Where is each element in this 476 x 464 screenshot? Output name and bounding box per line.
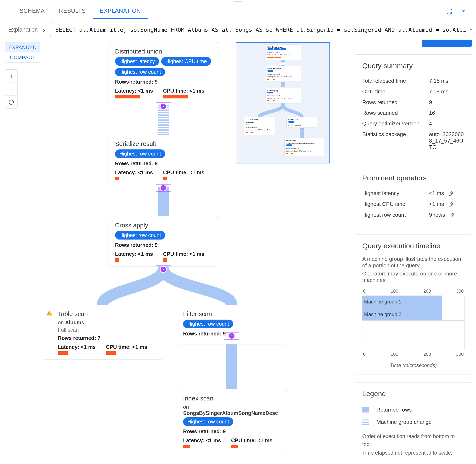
prominent-value: <1 ms xyxy=(429,190,465,197)
summary-row: Statistics package auto_20230608_17_57_4… xyxy=(362,129,465,153)
timeline-bar: Machine group 1 xyxy=(363,296,442,308)
node-subtitle: on Albums xyxy=(58,319,158,326)
tab-results[interactable]: RESULTS xyxy=(52,3,93,19)
legend-label: Returned rows xyxy=(376,406,412,413)
query-summary-card: Query summary Total elapsed time 7.15 ms… xyxy=(355,54,472,159)
prominent-value: 9 rows xyxy=(429,212,465,218)
badge-highest-rows: Highest row count xyxy=(115,68,165,76)
latency-label: Latency: <1 ms xyxy=(115,88,155,94)
card-title: Prominent operators xyxy=(362,174,465,182)
timeline-bar: Machine group 2 xyxy=(363,308,442,320)
prominent-operators-card: Prominent operators Highest latency <1 m… xyxy=(355,167,472,227)
node-index-scan[interactable]: Index scan on SongsBySingerAlbumSongName… xyxy=(177,389,287,453)
tab-schema[interactable]: SCHEMA xyxy=(12,3,52,19)
rows-returned: Rows returned: 9 xyxy=(115,79,213,85)
zoom-controls: + − xyxy=(5,69,18,109)
node-badges: Highest latency Highest CPU time Highest… xyxy=(115,57,213,76)
collapse-toggle[interactable] xyxy=(228,332,235,339)
node-table-scan[interactable]: Table scan on Albums Full scan Rows retu… xyxy=(41,305,164,359)
result-tabs: SCHEMA RESULTS EXPLANATION xyxy=(0,3,476,19)
node-serialize-result[interactable]: Serialize result Highest row count Rows … xyxy=(109,135,219,185)
rows-returned: Rows returned: 9 xyxy=(115,161,213,167)
card-title: Query summary xyxy=(362,62,465,70)
collapse-toggle[interactable] xyxy=(160,266,167,273)
collapse-toggle[interactable] xyxy=(160,184,167,192)
panel-resize-handle[interactable] xyxy=(0,0,476,3)
cpu-label: CPU time: <1 ms xyxy=(163,88,204,94)
node-cross-apply[interactable]: Cross apply Highest row count Rows retur… xyxy=(109,216,219,267)
view-expanded[interactable]: EXPANDED xyxy=(5,42,40,52)
node-subtitle: on SongsBySingerAlbumSongNameDesc xyxy=(183,404,281,416)
timeline-desc: Operators may execute on one or more mac… xyxy=(362,271,465,283)
tick: 100 xyxy=(391,289,398,294)
card-title: Legend xyxy=(362,390,465,398)
dropdown-caret-icon xyxy=(468,27,474,33)
timeline-axis-bottom: 0 100 200 300 xyxy=(362,350,465,359)
tick: 300 xyxy=(456,289,464,294)
summary-row: CPU time 7.08 ms xyxy=(362,86,465,97)
summary-value: auto_20230608_17_57_46UTC xyxy=(429,131,465,151)
zoom-reset-button[interactable] xyxy=(5,96,17,108)
truncated-action-button[interactable] xyxy=(422,40,472,47)
node-distributed-union[interactable]: Distributed union Highest latency Highes… xyxy=(109,42,219,103)
tab-explanation[interactable]: EXPLANATION xyxy=(93,3,148,19)
latency-bar xyxy=(115,258,119,262)
timeline-track-empty xyxy=(362,321,465,350)
warning-icon xyxy=(46,310,52,317)
cpu-bar xyxy=(163,95,188,98)
timeline-chart: 0 100 200 300 Machine group 1 Machine gr… xyxy=(362,289,465,368)
prominent-row: Highest row count 9 rows xyxy=(362,210,465,221)
view-compact[interactable]: COMPACT xyxy=(5,52,40,62)
summary-row: Query optimizer version 4 xyxy=(362,118,465,129)
tick: 200 xyxy=(423,352,431,357)
summary-key: Total elapsed time xyxy=(362,78,425,84)
plan-canvas[interactable]: EXPANDED COMPACT + − xyxy=(0,40,355,464)
timeline-desc: A machine group illustrates the executio… xyxy=(362,256,465,269)
cpu-label: CPU time: <1 ms xyxy=(163,170,204,175)
zoom-in-button[interactable]: + xyxy=(5,70,17,83)
legend-item: Machine group change xyxy=(362,416,465,428)
prominent-row: Highest latency <1 ms xyxy=(362,188,465,199)
node-title: Filter scan xyxy=(183,310,281,318)
prominent-key: Highest CPU time xyxy=(362,201,425,208)
badge-highest-cpu: Highest CPU time xyxy=(161,57,211,66)
fullscreen-icon[interactable] xyxy=(445,7,453,15)
latency-label: Latency: <1 ms xyxy=(115,251,155,257)
collapse-toggle[interactable] xyxy=(160,103,167,110)
cpu-bar xyxy=(163,258,167,262)
legend-footnote: Order of execution reads from bottom to … xyxy=(362,432,465,448)
tick: 200 xyxy=(423,289,431,294)
chevron-right-icon: › xyxy=(43,26,45,34)
link-icon[interactable] xyxy=(449,212,455,218)
link-icon[interactable] xyxy=(448,190,454,197)
timeline-track[interactable]: Machine group 2 xyxy=(362,308,465,321)
summary-key: CPU time xyxy=(362,88,425,95)
zoom-out-button[interactable]: − xyxy=(5,83,17,96)
latency-bar xyxy=(115,177,119,180)
node-title: Table scan xyxy=(58,310,158,318)
legend-item: Returned rows xyxy=(362,404,465,416)
explanation-label: Explanation xyxy=(8,27,38,33)
tick: 0 xyxy=(363,289,365,294)
tick: 100 xyxy=(391,352,398,357)
legend-card: Legend Returned rows Machine group chang… xyxy=(355,382,472,459)
query-text: SELECT al.AlbumTitle, so.SongName FROM A… xyxy=(55,27,466,33)
latency-bar xyxy=(58,351,68,355)
badge-highest-rows: Highest row count xyxy=(115,231,165,240)
badge-highest-latency: Highest latency xyxy=(115,57,159,66)
cpu-bar xyxy=(106,351,116,355)
summary-value: 7.08 ms xyxy=(429,88,465,95)
prominent-key: Highest row count xyxy=(362,212,425,218)
timeline-track[interactable]: Machine group 1 xyxy=(362,296,465,308)
explanation-main: EXPANDED COMPACT + − xyxy=(0,40,476,464)
plan-minimap[interactable]: Distributed union Rows returned: 9 Laten… xyxy=(236,42,330,164)
collapse-panel-icon[interactable] xyxy=(459,7,468,15)
query-selector[interactable]: SELECT al.AlbumTitle, so.SongName FROM A… xyxy=(50,22,476,37)
link-icon[interactable] xyxy=(448,201,454,208)
summary-value: 7.15 ms xyxy=(429,78,465,84)
latency-bar xyxy=(115,95,140,98)
explanation-header: Explanation › SELECT al.AlbumTitle, so.S… xyxy=(0,19,476,40)
node-title: Cross apply xyxy=(115,222,213,229)
badge-highest-rows: Highest row count xyxy=(183,319,233,328)
card-title: Query execution timeline xyxy=(362,242,465,250)
